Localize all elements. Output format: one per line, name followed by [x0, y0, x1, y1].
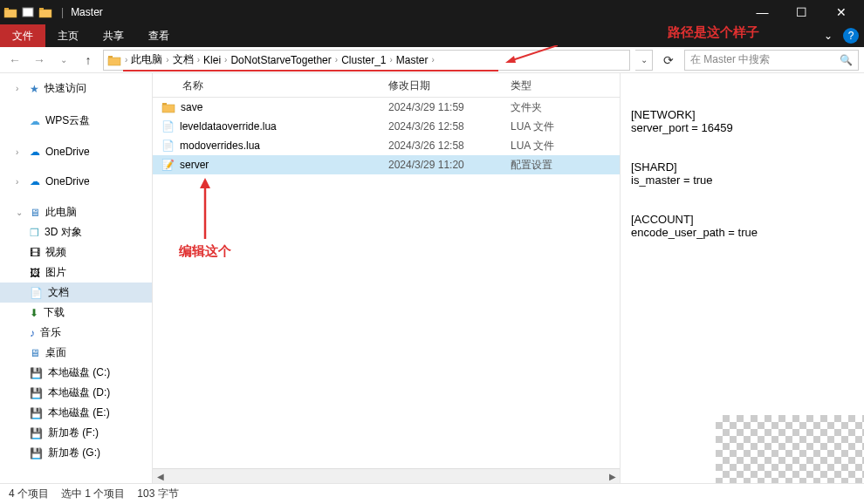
drive-icon: 💾 [30, 387, 43, 399]
breadcrumb-item[interactable]: 文档 [169, 52, 197, 67]
config-icon: 📝 [161, 159, 175, 171]
sidebar-label: 图片 [45, 265, 66, 280]
tab-file[interactable]: 文件 [0, 24, 45, 47]
sidebar-item-pictures[interactable]: 🖼图片 [0, 262, 152, 283]
file-name: leveldataoverride.lua [180, 120, 277, 133]
ribbon-tabs: 文件 主页 共享 查看 路径是这个样子 ⌄ ? [0, 24, 864, 47]
cube-icon: ❒ [30, 227, 39, 239]
sidebar-item-3dobjects[interactable]: ❒3D 对象 [0, 222, 152, 242]
nav-back-button[interactable]: ← [5, 51, 24, 70]
nav-up-button[interactable]: ↑ [79, 51, 98, 70]
annotation-arrow-icon [505, 45, 558, 72]
sidebar-item-desktop[interactable]: 🖥桌面 [0, 343, 152, 363]
tree-arrow-icon[interactable]: › [16, 147, 24, 157]
sidebar-item-quickaccess[interactable]: › ★ 快速访问 [0, 78, 152, 99]
image-icon: 🖼 [30, 267, 40, 279]
cloud-icon: ☁ [30, 115, 40, 127]
file-row[interactable]: 📄modoverrides.lua 2024/3/26 12:58 LUA 文件 [153, 136, 620, 155]
file-type: LUA 文件 [511, 139, 598, 153]
sidebar-item-drive-f[interactable]: 💾新加卷 (F:) [0, 423, 152, 443]
sidebar-item-videos[interactable]: 🎞视频 [0, 242, 152, 262]
folder-icon [3, 6, 17, 18]
breadcrumb-item[interactable]: Klei [200, 54, 224, 66]
music-icon: ♪ [30, 327, 35, 339]
search-icon[interactable]: 🔍 [840, 54, 853, 66]
tree-arrow-icon[interactable]: › [16, 84, 24, 93]
column-header-date[interactable]: 修改日期 [388, 78, 511, 93]
tab-home[interactable]: 主页 [45, 24, 91, 47]
scroll-left-button[interactable]: ◀ [153, 469, 168, 483]
sidebar-label: 下载 [44, 305, 65, 320]
breadcrumb[interactable]: › 此电脑 › 文档 › Klei › DoNotStarveTogether … [103, 50, 630, 71]
sidebar-item-music[interactable]: ♪音乐 [0, 323, 152, 343]
breadcrumb-item[interactable]: Master [393, 54, 432, 66]
svg-rect-4 [39, 10, 51, 17]
sidebar-item-downloads[interactable]: ⬇下载 [0, 303, 152, 323]
nav-forward-button[interactable]: → [30, 51, 49, 70]
sidebar-item-thispc[interactable]: ⌄ 🖥 此电脑 [0, 202, 152, 222]
sidebar-label: 新加卷 (F:) [48, 426, 99, 440]
sidebar-item-documents[interactable]: 📄文档 [0, 283, 152, 303]
preview-pane: [NETWORK] server_port = 16459 [SHARD] is… [620, 73, 864, 483]
folder-icon [21, 6, 35, 18]
status-item-count: 4 个项目 [9, 487, 49, 501]
search-input[interactable]: 在 Master 中搜索 🔍 [684, 50, 859, 71]
sidebar-item-drive-c[interactable]: 💾本地磁盘 (C:) [0, 363, 152, 383]
tab-view[interactable]: 查看 [136, 24, 182, 47]
svg-rect-6 [108, 58, 120, 65]
sidebar-item-drive-d[interactable]: 💾本地磁盘 (D:) [0, 383, 152, 403]
breadcrumb-item[interactable]: Cluster_1 [338, 54, 389, 66]
tree-arrow-icon[interactable]: › [16, 177, 24, 187]
sidebar-item-onedrive[interactable]: › ☁ OneDrive [0, 143, 152, 160]
sidebar-label: OneDrive [45, 175, 90, 187]
titlebar: | Master — ☐ ✕ [0, 0, 864, 24]
column-header-type[interactable]: 类型 [511, 78, 598, 93]
file-icon: 📄 [161, 140, 175, 152]
sidebar-item-drive-g[interactable]: 💾新加卷 (G:) [0, 443, 152, 463]
refresh-button[interactable]: ⟳ [658, 50, 679, 71]
annotation-arrow-icon [196, 178, 214, 239]
tab-share[interactable]: 共享 [91, 24, 136, 47]
svg-rect-2 [23, 8, 33, 17]
nav-recent-button[interactable]: ⌄ [54, 51, 73, 70]
sidebar-label: 新加卷 (G:) [48, 446, 100, 460]
file-date: 2024/3/26 12:58 [388, 140, 511, 152]
drive-icon: 💾 [30, 407, 43, 419]
cloud-icon: ☁ [30, 175, 40, 187]
tree-arrow-icon[interactable]: ⌄ [16, 208, 24, 217]
chevron-right-icon[interactable]: › [432, 55, 435, 65]
file-row[interactable]: save 2024/3/29 11:59 文件夹 [153, 98, 620, 117]
ribbon-expand-icon[interactable]: ⌄ [819, 24, 838, 47]
sidebar-label: 视频 [45, 245, 66, 260]
sidebar-item-drive-e[interactable]: 💾本地磁盘 (E:) [0, 403, 152, 423]
folder-icon [38, 6, 52, 18]
window-controls: — ☐ ✕ [743, 0, 861, 24]
file-date: 2024/3/29 11:20 [388, 159, 511, 171]
help-icon[interactable]: ? [843, 28, 859, 44]
svg-marker-8 [505, 56, 516, 63]
drive-icon: 💾 [30, 447, 43, 460]
sidebar-item-wps[interactable]: ☁ WPS云盘 [0, 111, 152, 131]
column-header-name[interactable]: 名称 [161, 78, 388, 93]
file-name: modoverrides.lua [180, 140, 260, 152]
file-list-pane: 名称 修改日期 类型 save 2024/3/29 11:59 文件夹 📄lev… [153, 73, 620, 483]
scroll-right-button[interactable]: ▶ [605, 469, 620, 483]
maximize-button[interactable]: ☐ [782, 0, 821, 24]
svg-marker-12 [200, 178, 210, 188]
sidebar-item-onedrive[interactable]: › ☁ OneDrive [0, 173, 152, 190]
scroll-track[interactable] [168, 469, 605, 483]
breadcrumb-item[interactable]: DoNotStarveTogether [227, 54, 334, 66]
minimize-button[interactable]: — [743, 0, 782, 24]
navigation-pane[interactable]: › ★ 快速访问 ☁ WPS云盘 › ☁ OneDrive › ☁ OneDr [0, 73, 153, 483]
file-row[interactable]: 📄leveldataoverride.lua 2024/3/26 12:58 L… [153, 117, 620, 136]
search-placeholder: 在 Master 中搜索 [690, 52, 770, 67]
breadcrumb-item[interactable]: 此电脑 [127, 52, 166, 67]
address-dropdown-button[interactable]: ⌄ [635, 50, 653, 71]
window-title: Master [67, 6, 743, 18]
svg-rect-1 [4, 10, 17, 17]
horizontal-scrollbar[interactable]: ◀ ▶ [153, 468, 620, 483]
file-list[interactable]: save 2024/3/29 11:59 文件夹 📄leveldataoverr… [153, 98, 620, 468]
file-row[interactable]: 📝server 2024/3/29 11:20 配置设置 [153, 155, 620, 174]
close-button[interactable]: ✕ [821, 0, 861, 24]
drive-icon: 💾 [30, 427, 43, 439]
